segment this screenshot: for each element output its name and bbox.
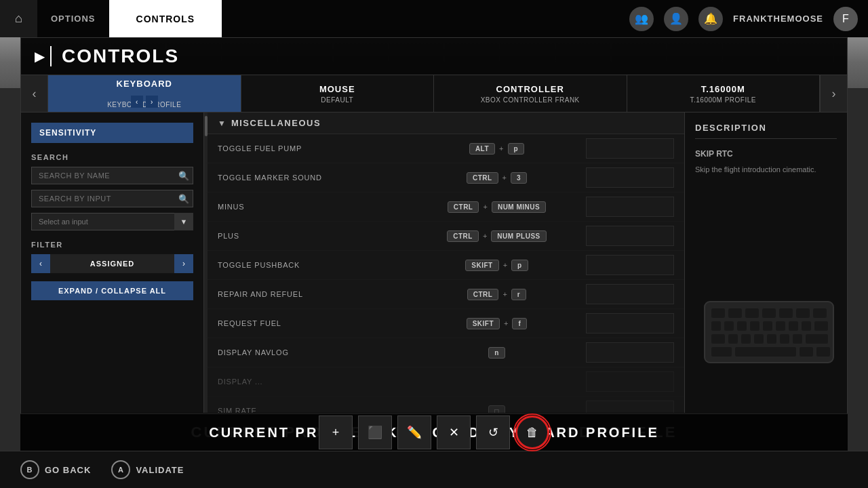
- key-plus: +: [483, 203, 487, 211]
- group-icon[interactable]: 👥: [629, 7, 654, 31]
- control-action-slot[interactable]: [586, 371, 674, 392]
- content-layout: SENSITIVITY SEARCH 🔍 🔍 Select an input ▼…: [21, 113, 847, 413]
- svg-rect-11: [750, 321, 760, 331]
- options-tab[interactable]: OPTIONS: [37, 0, 109, 37]
- key-badge: □: [488, 405, 505, 413]
- tab-controller[interactable]: CONTROLLER XBOX CONTROLLER FRANK: [434, 75, 627, 112]
- table-row[interactable]: PLUS CTRL + NUM PLUSS: [208, 222, 684, 251]
- add-profile-button[interactable]: +: [319, 415, 353, 449]
- validate-action[interactable]: A VALIDATE: [111, 460, 184, 479]
- tab-mouse[interactable]: MOUSE DEFAULT: [241, 75, 435, 112]
- key-badge: SKIFT: [465, 260, 498, 271]
- tab-t16000m[interactable]: T.16000M T.16000M PROFILE: [627, 75, 821, 112]
- svg-rect-14: [789, 321, 798, 331]
- delete-profile-button[interactable]: 🗑: [515, 415, 549, 449]
- left-sidebar: SENSITIVITY SEARCH 🔍 🔍 Select an input ▼…: [21, 113, 204, 413]
- key-plus: +: [504, 319, 508, 327]
- table-row[interactable]: SIM RATE □: [208, 396, 684, 413]
- tab-next-button[interactable]: ›: [820, 75, 847, 112]
- search-by-name-input[interactable]: [31, 167, 193, 184]
- control-name: DISPLAY NAVLOG: [218, 348, 408, 357]
- svg-rect-7: [813, 308, 827, 318]
- scrollbar-thumb[interactable]: [205, 116, 208, 136]
- sensitivity-button[interactable]: SENSITIVITY: [31, 123, 193, 143]
- key-badge: CTRL: [467, 172, 498, 184]
- search-by-name-icon[interactable]: 🔍: [178, 171, 189, 181]
- tab-mouse-profile: DEFAULT: [321, 96, 353, 104]
- go-back-action[interactable]: B GO BACK: [20, 460, 91, 479]
- control-action-slot[interactable]: [586, 284, 674, 304]
- key-badge: SKIFT: [467, 318, 500, 329]
- home-button[interactable]: ⌂: [0, 0, 37, 37]
- tab-prev-button[interactable]: ‹: [21, 75, 48, 112]
- control-action-slot[interactable]: [586, 313, 674, 333]
- control-binding: n: [408, 347, 586, 359]
- table-row[interactable]: TOGGLE MARKER SOUND CTRL + 3: [208, 163, 684, 192]
- control-action-slot[interactable]: [586, 167, 674, 188]
- svg-rect-22: [780, 334, 789, 344]
- select-input-wrapper: Select an input ▼: [31, 213, 193, 230]
- table-row[interactable]: DISPLAY ...: [208, 367, 684, 396]
- svg-rect-27: [800, 347, 813, 357]
- svg-rect-10: [737, 321, 747, 331]
- svg-rect-15: [802, 321, 811, 331]
- search-by-input-input[interactable]: [31, 190, 193, 207]
- key-badge: p: [508, 143, 525, 155]
- select-input-dropdown[interactable]: Select an input: [31, 213, 193, 230]
- svg-rect-5: [779, 308, 793, 318]
- search-by-input-icon[interactable]: 🔍: [178, 194, 189, 204]
- control-binding: SKIFT + f: [408, 318, 586, 329]
- key-badge: NUM MINUS: [492, 201, 546, 213]
- clear-profile-button[interactable]: ✕: [437, 415, 471, 449]
- svg-rect-17: [711, 334, 725, 344]
- table-row[interactable]: DISPLAY NAVLOG n: [208, 338, 684, 367]
- key-badge: p: [511, 260, 528, 271]
- edit-profile-button[interactable]: ✏️: [397, 415, 431, 449]
- miscellaneous-section-header[interactable]: ▼ MISCELLANEOUS: [208, 113, 684, 134]
- table-row[interactable]: MINUS CTRL + NUM MINUS: [208, 192, 684, 222]
- key-badge: 3: [511, 172, 527, 184]
- control-name: SIM RATE: [218, 407, 408, 413]
- description-text: Skip the flight introduction cinematic.: [695, 164, 837, 176]
- reset-profile-button[interactable]: ↺: [476, 415, 510, 449]
- control-action-slot[interactable]: [586, 255, 674, 275]
- description-title: DESCRIPTION: [695, 123, 837, 139]
- tab-controller-profile: XBOX CONTROLLER FRANK: [481, 96, 580, 104]
- key-badge: ALT: [469, 143, 495, 155]
- tab-keyboard-next[interactable]: ›: [146, 96, 158, 108]
- tab-keyboard-prev[interactable]: ‹: [131, 96, 143, 108]
- profile-icon[interactable]: 👤: [664, 7, 688, 31]
- table-row[interactable]: TOGGLE FUEL PUMP ALT + p: [208, 134, 684, 163]
- svg-rect-12: [763, 321, 772, 331]
- controls-tab[interactable]: CONTROLS: [109, 0, 222, 37]
- page-title-bar: ▶ CONTROLS: [21, 38, 847, 75]
- svg-rect-28: [816, 347, 830, 357]
- table-row[interactable]: REQUEST FUEL SKIFT + f: [208, 309, 684, 338]
- control-binding: SKIFT + p: [408, 260, 586, 271]
- control-action-slot[interactable]: [586, 138, 674, 159]
- control-action-slot[interactable]: [586, 226, 674, 246]
- tab-keyboard[interactable]: KEYBOARD ‹ › KEYBOARD PROFILE: [48, 75, 241, 112]
- control-binding: CTRL + r: [408, 289, 586, 300]
- control-name: TOGGLE PUSHBACK: [218, 261, 408, 269]
- tab-row: ‹ KEYBOARD ‹ › KEYBOARD PROFILE MOUSE DE…: [21, 75, 847, 113]
- filter-prev-button[interactable]: ‹: [31, 254, 50, 273]
- filter-next-button[interactable]: ›: [174, 254, 193, 273]
- avatar[interactable]: F: [833, 7, 858, 31]
- svg-rect-9: [724, 321, 734, 331]
- go-back-key: B: [20, 460, 39, 479]
- expand-collapse-button[interactable]: EXPAND / COLLAPSE ALL: [31, 281, 193, 300]
- top-bar: ⌂ OPTIONS CONTROLS 👥 👤 🔔 FRANKTHEMOOSE F: [0, 0, 868, 37]
- search-by-input-wrapper: 🔍: [31, 190, 193, 207]
- control-name: DISPLAY ...: [218, 378, 408, 386]
- table-row[interactable]: REPAIR AND REFUEL CTRL + r: [208, 280, 684, 309]
- validate-key: A: [111, 460, 130, 479]
- svg-rect-24: [806, 334, 828, 344]
- control-action-slot[interactable]: [586, 342, 674, 363]
- copy-profile-button[interactable]: ⬛: [358, 415, 392, 449]
- notification-icon[interactable]: 🔔: [698, 7, 723, 31]
- table-row[interactable]: TOGGLE PUSHBACK SKIFT + p: [208, 251, 684, 280]
- section-toggle-icon: ▼: [218, 119, 226, 128]
- control-action-slot[interactable]: [586, 401, 674, 413]
- control-action-slot[interactable]: [586, 197, 674, 217]
